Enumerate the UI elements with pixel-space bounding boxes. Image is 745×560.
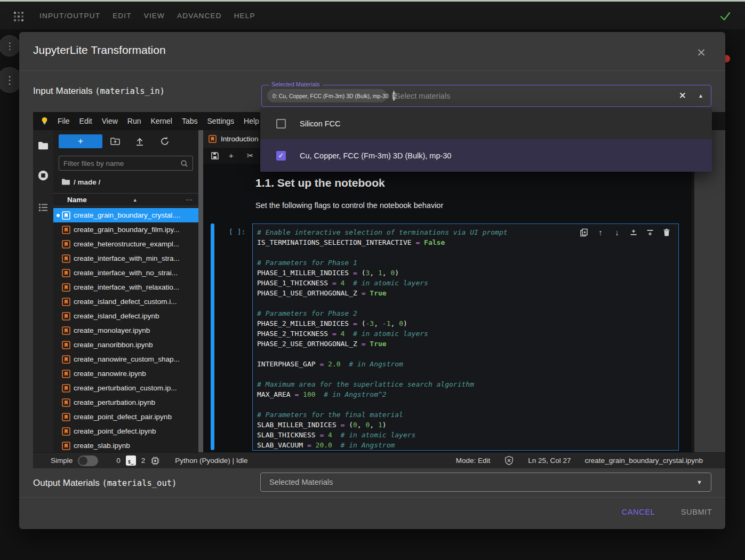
jupyter-menu-settings[interactable]: Settings — [207, 117, 235, 125]
kernel-status[interactable]: Python (Pyodide) | Idle — [175, 457, 247, 465]
new-folder-icon[interactable] — [110, 136, 121, 147]
duplicate-cell-icon[interactable] — [580, 228, 588, 237]
file-row[interactable]: create_interface_with_relaxatio... — [53, 280, 198, 294]
file-row[interactable]: create_grain_boundary_film.ipy... — [53, 222, 198, 237]
breadcrumb[interactable]: / made / — [61, 177, 100, 187]
insert-above-icon[interactable] — [629, 228, 638, 237]
jupyter-menu-file[interactable]: File — [58, 117, 70, 125]
sort-asc-icon: ▲ — [133, 197, 138, 203]
file-row[interactable]: create_nanowire_custom_shap... — [53, 352, 198, 366]
selected-material-chip[interactable]: 0: Cu, Copper, FCC (Fm-3m) 3D (Bulk), mp… — [267, 89, 387, 102]
more-columns-icon[interactable]: ⋯ — [186, 196, 193, 204]
material-option[interactable]: ✓Cu, Copper, FCC (Fm-3m) 3D (Bulk), mp-3… — [260, 139, 712, 172]
filter-files-input[interactable] — [63, 159, 180, 167]
running-kernels-icon[interactable] — [37, 170, 49, 181]
file-row[interactable]: create_monolayer.ipynb — [53, 323, 198, 338]
file-name: create_point_defect.ipynb — [74, 427, 156, 435]
refresh-icon[interactable] — [159, 136, 170, 147]
close-icon[interactable]: ✕ — [694, 46, 708, 60]
app-menu-help[interactable]: HELP — [234, 12, 255, 20]
jupyter-menu-run[interactable]: Run — [127, 117, 141, 125]
insert-cell-icon[interactable]: + — [229, 151, 237, 160]
file-browser-icon[interactable] — [37, 140, 49, 151]
cell-collapser[interactable] — [211, 223, 214, 450]
file-name: create_island_defect_custom.i... — [74, 298, 177, 306]
submit-button[interactable]: SUBMIT — [673, 505, 720, 519]
delete-cell-icon[interactable] — [662, 228, 671, 237]
jupyter-menu-help[interactable]: Help — [244, 117, 259, 125]
file-name: create_point_defect_pair.ipynb — [74, 413, 172, 421]
select-materials-placeholder[interactable]: Select materials — [395, 92, 450, 100]
jupyter-menu-tabs[interactable]: Tabs — [182, 117, 198, 125]
code-line: IS_TERMINATIONS_SELECTION_INTERACTIVE = … — [257, 237, 678, 247]
save-icon[interactable] — [211, 151, 219, 160]
file-row[interactable]: create_nanowire.ipynb — [53, 366, 198, 381]
file-row[interactable]: create_slab.ipynb — [53, 438, 198, 452]
new-launcher-button[interactable]: + — [59, 134, 102, 148]
file-row[interactable]: create_interface_with_no_strai... — [53, 266, 198, 280]
jupyter-menu-kernel[interactable]: Kernel — [150, 117, 172, 125]
file-row[interactable]: create_heterostructure_exampl... — [53, 237, 198, 251]
checkbox-unchecked-icon[interactable] — [276, 119, 286, 129]
cursor-position[interactable]: Ln 25, Col 27 — [528, 457, 571, 465]
file-row[interactable]: create_perturbation.ipynb — [53, 395, 198, 410]
chevron-down-icon: ▼ — [696, 479, 702, 485]
insert-below-icon[interactable] — [646, 228, 654, 237]
file-name: create_heterostructure_exampl... — [74, 240, 179, 248]
move-down-icon[interactable]: ↓ — [613, 228, 621, 237]
file-list: create_grain_boundary_crystal....create_… — [53, 208, 198, 452]
notebook-icon — [62, 413, 70, 421]
kernels-count: 2 — [141, 457, 146, 465]
cell-toolbar: ↑ ↓ — [580, 228, 671, 237]
chevron-up-icon[interactable]: ▲ — [698, 93, 703, 99]
search-icon — [180, 159, 188, 167]
file-list-header[interactable]: Name ▲ ⋯ — [53, 193, 198, 206]
cut-cell-icon[interactable]: ✂ — [247, 151, 255, 160]
file-row[interactable]: create_island_defect.ipynb — [53, 309, 198, 323]
jupyter-left-sidebar — [33, 130, 53, 452]
file-row[interactable]: create_nanoribbon.ipynb — [53, 338, 198, 352]
materials-dropdown-menu: Silicon FCC✓Cu, Copper, FCC (Fm-3m) 3D (… — [260, 108, 712, 172]
notebook-icon — [62, 240, 70, 249]
notebook-icon — [62, 341, 70, 349]
lightbulb-icon[interactable] — [40, 116, 49, 125]
jupyter-menu-view[interactable]: View — [102, 117, 118, 125]
material-option[interactable]: Silicon FCC — [260, 108, 712, 139]
app-menu-input-output[interactable]: INPUT/OUTPUT — [39, 12, 100, 20]
kernel-chip-icon[interactable] — [150, 456, 160, 466]
trust-shield-icon[interactable] — [504, 455, 514, 466]
table-of-contents-icon[interactable] — [37, 202, 49, 213]
terminal-icon[interactable]: $_ — [126, 455, 136, 466]
clear-selection-icon[interactable]: ✕ — [679, 90, 686, 101]
app-logo-icon[interactable] — [13, 11, 25, 22]
tab-introduction[interactable]: Introduction — [203, 130, 260, 148]
screen: INPUT/OUTPUTEDITVIEWADVANCEDHELP ⋮ ⋮ Jup… — [0, 0, 745, 560]
jupyter-statusbar: Simple 0 $_ 2 Python (Pyodide) | Idle — [33, 452, 725, 468]
file-row[interactable]: create_point_defect_pair.ipynb — [53, 410, 198, 424]
notebook-icon — [62, 398, 70, 407]
file-row[interactable]: create_grain_boundary_crystal.... — [53, 208, 198, 222]
file-row[interactable]: create_point_defect.ipynb — [53, 424, 198, 438]
jupyter-main-area: + — [33, 130, 725, 452]
code-cell-editor[interactable]: ↑ ↓ — [252, 223, 679, 451]
code-line — [257, 247, 678, 258]
output-materials-select[interactable]: Selected Materials ▼ — [260, 473, 711, 492]
app-menu-advanced[interactable]: ADVANCED — [177, 12, 222, 20]
app-menu-edit[interactable]: EDIT — [113, 12, 132, 20]
simple-mode-toggle[interactable] — [78, 455, 98, 466]
notebook-icon — [62, 355, 70, 364]
file-name: create_grain_boundary_crystal.... — [74, 211, 180, 219]
upload-icon[interactable] — [134, 136, 145, 147]
input-materials-select[interactable]: 0: Cu, Copper, FCC (Fm-3m) 3D (Bulk), mp… — [261, 85, 711, 107]
jupyter-menu-edit[interactable]: Edit — [79, 117, 92, 125]
panel-splitter[interactable] — [198, 130, 203, 452]
file-row[interactable]: create_interface_with_min_stra... — [53, 251, 198, 266]
file-row[interactable]: create_island_defect_custom.i... — [53, 294, 198, 309]
checkbox-checked-icon[interactable]: ✓ — [276, 151, 286, 161]
background-kebab-button[interactable]: ⋮ — [0, 35, 20, 57]
file-row[interactable]: create_perturbation_custom.ip... — [53, 381, 198, 395]
home-folder-icon[interactable] — [61, 178, 70, 186]
cancel-button[interactable]: CANCEL — [615, 505, 661, 519]
app-menu-view[interactable]: VIEW — [144, 12, 165, 20]
move-up-icon[interactable]: ↑ — [596, 228, 605, 237]
